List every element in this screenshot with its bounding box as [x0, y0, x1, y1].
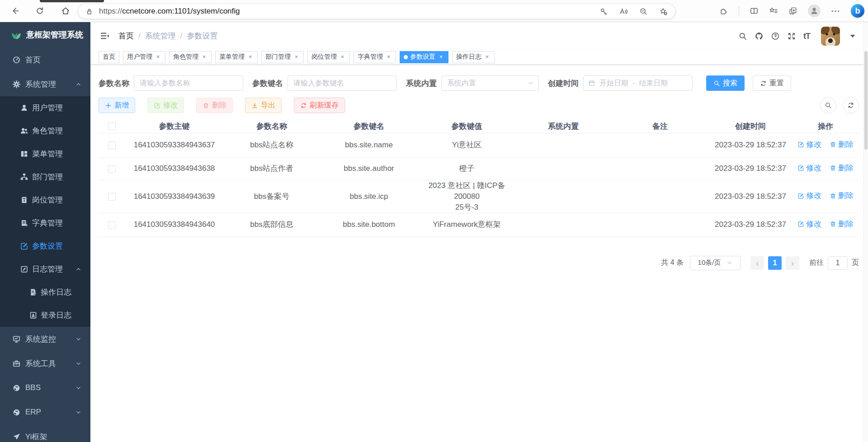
row-delete-link[interactable]: 删除: [830, 163, 854, 174]
row-checkbox[interactable]: [108, 165, 116, 173]
collections-icon[interactable]: [788, 6, 797, 15]
address-bar[interactable]: https://ccnetcore.com:1101/system/config: [78, 4, 675, 19]
split-screen-icon[interactable]: [750, 6, 759, 15]
tab-role-mgmt[interactable]: 角色管理×: [169, 51, 212, 63]
close-icon[interactable]: ×: [385, 54, 392, 61]
toggle-search-button[interactable]: [820, 97, 836, 113]
sidebar-item-role-mgmt[interactable]: 角色管理: [0, 119, 90, 142]
param-name-input[interactable]: [134, 75, 243, 91]
row-checkbox[interactable]: [108, 221, 116, 229]
read-aloud-icon[interactable]: [619, 7, 628, 16]
breadcrumb-home[interactable]: 首页: [118, 31, 134, 41]
tab-dict-mgmt[interactable]: 字典管理×: [354, 51, 396, 63]
sidebar-item-dict-mgmt[interactable]: 字典管理: [0, 212, 90, 235]
page-scrollbar[interactable]: [863, 22, 868, 442]
param-key-input[interactable]: [288, 75, 397, 91]
add-button[interactable]: 新增: [99, 98, 135, 113]
close-icon[interactable]: ×: [247, 54, 254, 61]
url-text[interactable]: https://ccnetcore.com:1101/system/config: [99, 7, 240, 16]
sidebar-item-op-log[interactable]: 操作日志: [0, 281, 90, 304]
sidebar-item-login-log[interactable]: 登录日志: [0, 304, 90, 327]
sidebar-item-param-settings[interactable]: 参数设置: [0, 235, 90, 258]
row-edit-link[interactable]: 修改: [797, 219, 821, 230]
select-all-checkbox[interactable]: [108, 122, 116, 130]
row-delete-link[interactable]: 删除: [830, 139, 854, 150]
sidebar-item-menu-mgmt[interactable]: 菜单管理: [0, 142, 90, 165]
sidebar-item-system-mgmt[interactable]: 系统管理: [0, 72, 90, 96]
scrollbar-thumb[interactable]: [864, 51, 868, 150]
sidebar-item-erp[interactable]: ERP: [0, 400, 90, 424]
bing-chat-button[interactable]: b: [851, 4, 864, 18]
tab-user-mgmt[interactable]: 用户管理×: [123, 51, 165, 63]
browser-reload-button[interactable]: [32, 3, 47, 19]
sidebar-item-system-tools[interactable]: 系统工具: [0, 351, 90, 376]
browser-profile-button[interactable]: [808, 5, 821, 17]
browser-back-button[interactable]: [7, 3, 23, 19]
sidebar-item-dept-mgmt[interactable]: 部门管理: [0, 165, 90, 188]
tab-param-settings[interactable]: 参数设置×: [400, 51, 448, 63]
reset-button[interactable]: 重置: [753, 75, 791, 91]
close-icon[interactable]: ×: [339, 54, 346, 61]
next-page-button[interactable]: ›: [786, 256, 799, 270]
date-range-picker[interactable]: 开始日期 - 结束日期: [583, 75, 693, 91]
tab-dept-mgmt[interactable]: 部门管理×: [261, 51, 304, 63]
github-icon[interactable]: [755, 32, 764, 41]
close-icon[interactable]: ×: [293, 54, 300, 61]
browser-tab-sliver: [40, 0, 104, 2]
tab-post-mgmt[interactable]: 岗位管理×: [307, 51, 350, 63]
sidebar-item-user-mgmt[interactable]: 用户管理: [0, 96, 90, 119]
tab-label: 部门管理: [265, 53, 291, 61]
sidebar-collapse-icon[interactable]: [99, 31, 110, 41]
page-size-select[interactable]: 10条/页: [690, 256, 741, 270]
sidebar-item-home[interactable]: 首页: [0, 47, 90, 72]
export-button[interactable]: 导出: [245, 98, 282, 113]
row-edit-link[interactable]: 修改: [797, 139, 821, 150]
range-separator: -: [632, 79, 635, 87]
builtin-select[interactable]: 系统内置: [441, 75, 539, 91]
refresh-table-button[interactable]: [843, 97, 859, 113]
add-favorite-icon[interactable]: [659, 7, 668, 16]
prev-page-button[interactable]: ‹: [750, 256, 764, 270]
browser-home-button[interactable]: [58, 3, 73, 19]
caret-down-icon[interactable]: [848, 32, 857, 41]
close-icon[interactable]: ×: [484, 54, 491, 61]
extensions-icon[interactable]: [719, 6, 728, 15]
close-icon[interactable]: ×: [201, 54, 208, 61]
row-checkbox[interactable]: [108, 141, 116, 149]
sidebar-item-label: 系统管理: [25, 79, 56, 89]
delete-button[interactable]: 删除: [196, 98, 233, 113]
tab-home[interactable]: 首页: [99, 51, 119, 63]
row-checkbox[interactable]: [108, 193, 116, 201]
row-delete-link[interactable]: 删除: [830, 219, 854, 230]
sidebar-item-log-mgmt[interactable]: 日志管理: [0, 258, 90, 281]
favorites-bar-icon[interactable]: [769, 6, 778, 15]
font-size-icon[interactable]: tT: [803, 32, 810, 41]
row-edit-link[interactable]: 修改: [797, 163, 821, 174]
refresh-cache-button[interactable]: 刷新缓存: [294, 98, 345, 113]
sidebar-item-post-mgmt[interactable]: 岗位管理: [0, 188, 90, 212]
zoom-out-icon[interactable]: [639, 7, 648, 16]
end-date-placeholder: 结束日期: [639, 79, 668, 88]
row-edit-link[interactable]: 修改: [797, 190, 821, 201]
row-delete-link[interactable]: 删除: [830, 190, 854, 201]
password-key-icon[interactable]: [599, 7, 608, 16]
sidebar-item-bbs[interactable]: BBS: [0, 376, 90, 400]
help-icon[interactable]: [771, 32, 780, 41]
search-button[interactable]: 搜索: [706, 75, 745, 91]
close-icon[interactable]: ×: [155, 54, 161, 61]
edit-button[interactable]: 修改: [147, 98, 184, 113]
tab-op-log[interactable]: 操作日志×: [452, 51, 495, 63]
search-icon[interactable]: [738, 32, 747, 41]
tab-menu-mgmt[interactable]: 菜单管理×: [215, 51, 258, 63]
sidebar-item-system-monitor[interactable]: 系统监控: [0, 327, 90, 351]
avatar[interactable]: [821, 27, 840, 46]
close-icon[interactable]: ×: [438, 54, 444, 61]
goto-page-input[interactable]: [828, 256, 848, 270]
browser-menu-button[interactable]: ⋯: [831, 9, 840, 13]
sidebar-item-yi-framework[interactable]: Yi框架: [0, 424, 90, 442]
app-logo[interactable]: 意框架管理系统: [0, 22, 90, 47]
tab-label: 参数设置: [410, 53, 435, 61]
current-page-button[interactable]: 1: [768, 256, 782, 270]
fullscreen-icon[interactable]: [787, 32, 796, 41]
chevron-down-icon: [528, 80, 534, 86]
